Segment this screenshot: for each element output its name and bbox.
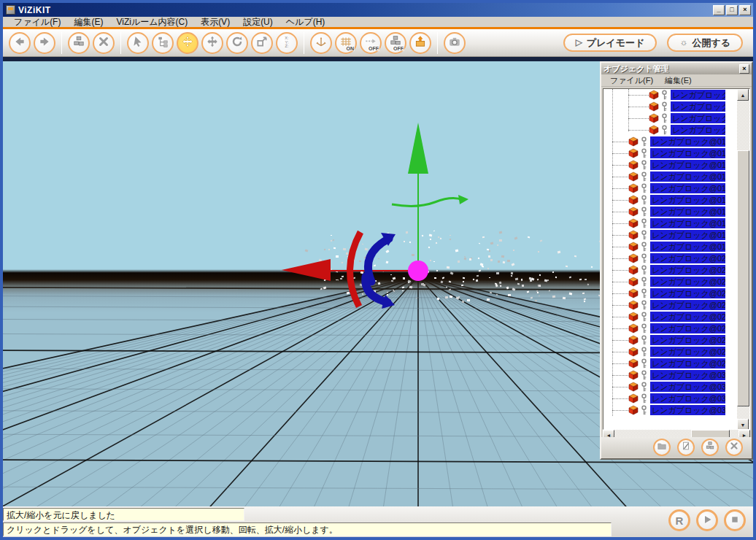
list-item[interactable]: レンガブロック@016 [603,206,725,217]
publish-button[interactable]: ☼ 公開する [667,34,743,53]
object-label: レンガブロック@032 [650,393,725,404]
object-manager-panel: オブジェクト管理 × ファイル(F)編集(E) レンガブロック@006レンガブロ… [600,61,753,460]
list-item[interactable]: レンガブロック@021 [603,264,725,276]
tree-connector [612,153,628,154]
list-item[interactable]: レンガブロック@030 [603,369,725,381]
list-item[interactable]: レンガブロック@006 [603,89,725,101]
list-item[interactable]: レンガブロック@007 [603,101,725,112]
list-item[interactable]: レンガブロック@022 [603,276,725,288]
play-outline-icon: ▷ [576,37,582,47]
list-item[interactable]: レンガブロック@009 [603,124,725,136]
translate-tool[interactable] [201,32,223,54]
grid-toggle[interactable]: ON [335,32,357,54]
coords-toggle[interactable]: X:Y:Z: [276,32,298,54]
close-button[interactable]: × [739,5,751,15]
object-label: レンガブロック@015 [650,195,725,205]
menubar-item-1[interactable]: 編集(E) [67,17,109,27]
block-icon [649,113,659,123]
tree-connector [612,223,628,224]
vertical-scroll-thumb[interactable] [737,150,749,406]
camera-button[interactable] [444,32,466,54]
list-item[interactable]: レンガブロック@008 [603,112,725,124]
menubar-item-5[interactable]: ヘルプ(H) [279,17,332,27]
play-mode-button[interactable]: ▷ プレイモード [563,34,657,53]
menubar-item-4[interactable]: 設定(U) [236,17,279,27]
gizmo-rotate-y-ring[interactable] [392,198,463,207]
panel-menu-item-0[interactable]: ファイル(F) [604,75,659,86]
reset-button[interactable]: R [668,509,690,531]
blocks-button[interactable] [68,32,90,54]
gizmo-rotate-x-arc[interactable] [350,232,360,306]
list-item[interactable]: レンガブロック@018 [603,229,725,241]
select-tool[interactable] [127,32,149,54]
menu-bar: ファイル(F)編集(E)ViZiルーム内容(C)表示(V)設定(U)ヘルプ(H) [3,17,753,27]
object-label: レンガブロック@018 [650,230,725,240]
list-item[interactable]: レンガブロック@033 [603,404,725,416]
gizmo-rotate-z-arc-upper[interactable] [368,239,389,282]
list-item[interactable]: レンガブロック@026 [603,323,725,334]
list-item[interactable]: レンガブロック@031 [603,381,725,393]
window-controls: _□× [711,5,751,15]
object-label: レンガブロック@009 [671,125,725,135]
tree-connector [612,235,628,236]
list-item[interactable]: レンガブロック@025 [603,311,725,323]
list-item[interactable]: レンガブロック@029 [603,358,725,369]
panel-close-button[interactable]: × [739,64,749,74]
play-button[interactable] [696,509,718,531]
axis-arrow-toggle[interactable]: OFF [360,32,382,54]
menubar-item-0[interactable]: ファイル(F) [7,17,67,27]
gizmo-x-arrow[interactable] [282,259,331,281]
rotate-tool[interactable] [226,32,248,54]
rename-button[interactable] [677,439,695,456]
axis-tripod-toggle[interactable] [310,32,332,54]
list-item[interactable]: レンガブロック@028 [603,346,725,358]
list-item[interactable]: レンガブロック@023 [603,288,725,299]
object-label: レンガブロック@011 [650,148,725,158]
move-tool[interactable] [177,32,198,54]
key-icon [640,277,648,288]
list-item[interactable]: レンガブロック@014 [603,182,725,194]
blocks-button-panel[interactable] [701,439,719,456]
arrow-left-icon [13,35,26,51]
maximize-button[interactable]: □ [726,5,738,15]
back-button[interactable] [9,32,31,54]
hierarchy-tool[interactable] [152,32,174,54]
key-icon [640,405,648,416]
list-item[interactable]: レンガブロック@015 [603,194,725,206]
list-item[interactable]: レンガブロック@019 [603,241,725,252]
scroll-down-button[interactable]: ▼ [737,419,749,430]
object-label: レンガブロック@010 [650,136,725,147]
block-icon [628,195,639,205]
key-icon [640,382,648,393]
minimize-button[interactable]: _ [713,5,725,15]
list-item[interactable]: レンガブロック@012 [603,159,725,171]
list-item[interactable]: レンガブロック@032 [603,393,725,404]
gizmo-center-handle[interactable] [408,261,428,281]
gizmo-rotate-z-arc-lower[interactable] [366,277,387,302]
delete-button[interactable] [93,32,115,54]
delete-object-button[interactable] [725,439,743,456]
stop-button[interactable] [724,509,746,531]
blocks-visibility-toggle[interactable]: OFF [385,32,406,54]
list-item[interactable]: レンガブロック@020 [603,252,725,264]
key-icon [640,347,648,358]
tree-connector [612,293,628,294]
list-item[interactable]: レンガブロック@011 [603,147,725,159]
list-item[interactable]: レンガブロック@017 [603,217,725,229]
forward-button[interactable] [34,32,55,54]
list-item[interactable]: レンガブロック@027 [603,334,725,346]
new-folder-button[interactable] [653,439,671,456]
list-item[interactable]: レンガブロック@010 [603,136,725,147]
export-box-button[interactable] [409,32,431,54]
scroll-up-button[interactable]: ▲ [737,89,749,101]
vertical-scrollbar[interactable]: ▲ ▼ [737,89,749,430]
list-item[interactable]: レンガブロック@024 [603,299,725,311]
gizmo-y-arrow[interactable] [408,123,428,174]
list-item[interactable]: レンガブロック@013 [603,171,725,182]
menubar-item-2[interactable]: ViZiルーム内容(C) [109,17,194,27]
panel-menu-item-1[interactable]: 編集(E) [659,75,698,86]
key-icon [640,183,648,194]
menubar-item-3[interactable]: 表示(V) [194,17,236,27]
scale-tool[interactable] [251,32,273,54]
toolbar: X:Y:Z:ONOFFOFF ▷ プレイモード ☼ 公開する [3,29,753,57]
